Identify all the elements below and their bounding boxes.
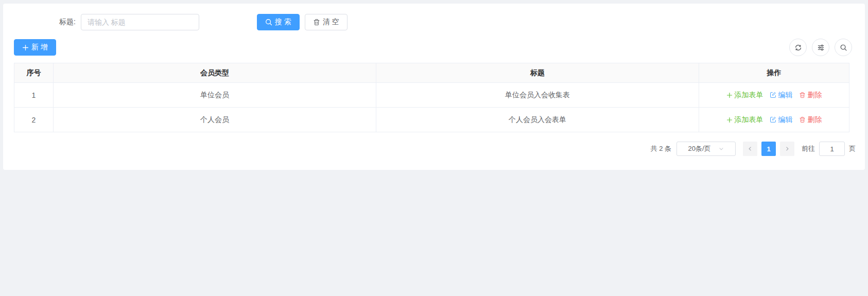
header-actions: 操作 <box>699 63 849 83</box>
add-form-label: 添加表单 <box>735 115 763 125</box>
clear-button-label: 清 空 <box>323 18 339 27</box>
header-index: 序号 <box>14 63 54 83</box>
edit-icon <box>770 92 776 98</box>
header-title: 标题 <box>376 63 699 83</box>
table-row: 1 单位会员 单位会员入会收集表 添加表单 编辑 <box>14 83 849 108</box>
add-form-link[interactable]: 添加表单 <box>726 115 763 125</box>
content-card: 标题: 搜 索 清 空 新 增 <box>3 4 865 170</box>
page-number-1[interactable]: 1 <box>761 142 776 156</box>
edit-icon <box>770 116 776 123</box>
chevron-left-icon <box>747 146 753 152</box>
cell-title: 个人会员入会表单 <box>376 108 699 132</box>
delete-link[interactable]: 删除 <box>799 115 822 125</box>
plus-icon <box>726 92 733 98</box>
delete-label: 删除 <box>808 115 822 125</box>
search-form: 标题: 搜 索 清 空 <box>3 4 865 30</box>
table-row: 2 个人会员 个人会员入会表单 添加表单 编辑 <box>14 108 849 132</box>
data-table: 序号 会员类型 标题 操作 1 单位会员 单位会员入会收集表 添加表单 <box>14 63 849 132</box>
title-field-label: 标题: <box>59 18 76 27</box>
trash-icon <box>799 92 806 98</box>
delete-label: 删除 <box>808 91 822 100</box>
table-tool-icons <box>789 39 852 56</box>
plus-icon <box>726 117 733 123</box>
title-search-input[interactable] <box>81 14 199 30</box>
chevron-down-icon <box>718 146 724 152</box>
next-page-button[interactable] <box>780 142 794 156</box>
cell-title: 单位会员入会收集表 <box>376 83 699 108</box>
page-size-select[interactable]: 20条/页 <box>676 142 736 156</box>
delete-link[interactable]: 删除 <box>799 91 822 100</box>
add-button-label: 新 增 <box>31 43 48 52</box>
table-header-row: 序号 会员类型 标题 操作 <box>14 63 849 83</box>
goto-page-input[interactable] <box>819 142 845 156</box>
edit-label: 编辑 <box>778 115 793 125</box>
density-icon <box>817 44 825 51</box>
trash-icon <box>313 19 320 26</box>
cell-member-type: 单位会员 <box>54 83 376 108</box>
add-button[interactable]: 新 增 <box>14 39 56 56</box>
refresh-icon <box>794 44 802 51</box>
page-size-value: 20条/页 <box>688 144 710 153</box>
column-search-button[interactable] <box>835 39 852 56</box>
table-toolbar: 新 增 <box>3 39 865 56</box>
cell-member-type: 个人会员 <box>54 108 376 132</box>
pagination: 共 2 条 20条/页 1 前往 页 <box>3 142 856 156</box>
goto-label: 前往 <box>802 144 815 153</box>
search-button-label: 搜 索 <box>275 18 291 27</box>
search-icon <box>840 44 847 51</box>
cell-index: 1 <box>14 83 54 108</box>
pagination-total: 共 2 条 <box>651 144 671 153</box>
header-member-type: 会员类型 <box>54 63 376 83</box>
refresh-button[interactable] <box>789 39 807 56</box>
search-icon <box>265 19 272 26</box>
density-button[interactable] <box>812 39 829 56</box>
edit-label: 编辑 <box>778 91 793 100</box>
cell-index: 2 <box>14 108 54 132</box>
prev-page-button[interactable] <box>743 142 757 156</box>
edit-link[interactable]: 编辑 <box>770 91 793 100</box>
chevron-right-icon <box>784 146 790 152</box>
page-unit-label: 页 <box>849 144 856 153</box>
plus-icon <box>22 44 29 51</box>
row-actions: 添加表单 编辑 删除 <box>699 91 849 100</box>
edit-link[interactable]: 编辑 <box>770 115 793 125</box>
add-form-link[interactable]: 添加表单 <box>726 91 763 100</box>
trash-icon <box>799 116 806 123</box>
add-form-label: 添加表单 <box>735 91 763 100</box>
search-button[interactable]: 搜 索 <box>257 14 300 30</box>
clear-button[interactable]: 清 空 <box>305 14 348 30</box>
row-actions: 添加表单 编辑 删除 <box>699 115 849 125</box>
